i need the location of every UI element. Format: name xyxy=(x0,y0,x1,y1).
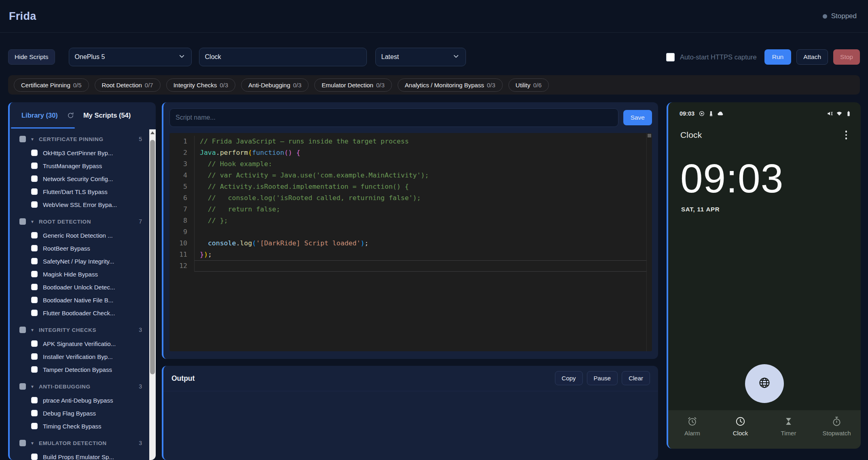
list-item[interactable]: Bootloader Native File B... xyxy=(19,293,149,306)
code-token: '[DarkRide] Script loaded' xyxy=(256,239,360,247)
list-item[interactable]: Magisk Hide Bypass xyxy=(19,268,149,281)
list-item[interactable]: RootBeer Bypass xyxy=(19,242,149,255)
code-line[interactable]: 12 xyxy=(169,260,652,272)
refresh-icon[interactable] xyxy=(67,112,74,119)
script-checkbox[interactable] xyxy=(31,423,38,429)
code-line[interactable]: 7 // return false; xyxy=(169,204,652,215)
list-item[interactable]: Generic Root Detection ... xyxy=(19,229,149,242)
code-line[interactable]: 4 // var Activity = Java.use('com.exampl… xyxy=(169,170,652,181)
copy-button[interactable]: Copy xyxy=(555,371,583,385)
scrollbar-thumb[interactable] xyxy=(150,140,155,374)
list-item[interactable]: Flutter/Dart TLS Bypass xyxy=(19,185,149,198)
version-select[interactable]: Latest xyxy=(375,48,466,66)
code-line[interactable]: 3 // Hook example: xyxy=(169,158,652,170)
sidebar-scrollbar[interactable] xyxy=(149,129,156,460)
attach-button[interactable]: Attach xyxy=(796,49,828,65)
section-header[interactable]: ▼ANTI-DEBUGGING3 xyxy=(19,379,149,394)
code-line[interactable]: 10 console.log('[DarkRide] Script loaded… xyxy=(169,238,652,249)
script-checkbox[interactable] xyxy=(31,201,38,208)
script-checkbox[interactable] xyxy=(31,366,38,373)
list-item[interactable]: Debug Flag Bypass xyxy=(19,407,149,420)
category-pill[interactable]: Integrity Checks0/3 xyxy=(166,78,235,92)
clear-button[interactable]: Clear xyxy=(622,371,650,385)
list-item[interactable]: SafetyNet / Play Integrity... xyxy=(19,255,149,268)
category-pill[interactable]: Anti-Debugging0/3 xyxy=(241,78,309,92)
section-checkbox[interactable] xyxy=(19,440,26,446)
list-item[interactable]: APK Signature Verificatio... xyxy=(19,337,149,350)
device-select[interactable]: OnePlus 5 xyxy=(69,48,192,66)
category-pill[interactable]: Emulator Detection0/3 xyxy=(314,78,392,92)
code-editor[interactable]: 1// Frida JavaScript — runs inside the t… xyxy=(169,133,652,351)
script-checkbox[interactable] xyxy=(31,245,38,251)
code-line[interactable]: 11}); xyxy=(169,249,652,260)
list-item[interactable]: OkHttp3 CertPinner Byp... xyxy=(19,146,149,159)
list-item[interactable]: WebView SSL Error Bypa... xyxy=(19,198,149,211)
section-header[interactable]: ▼EMULATOR DETECTION3 xyxy=(19,436,149,450)
nav-tab-stopwatch[interactable]: Stopwatch xyxy=(813,416,861,437)
script-checkbox[interactable] xyxy=(31,297,38,303)
stop-button[interactable]: Stop xyxy=(833,49,860,65)
target-app-input[interactable] xyxy=(199,48,367,66)
list-item[interactable]: Build Props Emulator Sp... xyxy=(19,450,149,460)
script-checkbox[interactable] xyxy=(31,310,38,316)
script-checkbox[interactable] xyxy=(31,150,38,156)
category-pill[interactable]: Utility0/6 xyxy=(508,78,549,92)
list-item[interactable]: Timing Check Bypass xyxy=(19,420,149,433)
section-title: EMULATOR DETECTION xyxy=(39,440,134,446)
script-checkbox[interactable] xyxy=(31,271,38,277)
list-item[interactable]: Installer Verification Byp... xyxy=(19,350,149,363)
script-checkbox[interactable] xyxy=(31,258,38,264)
section-header[interactable]: ▼ROOT DETECTION7 xyxy=(19,214,149,229)
line-number: 8 xyxy=(169,215,195,226)
editor-scrollbar-thumb[interactable] xyxy=(648,134,651,137)
script-checkbox[interactable] xyxy=(31,454,38,460)
script-checkbox[interactable] xyxy=(31,340,38,347)
list-item[interactable]: TrustManager Bypass xyxy=(19,159,149,172)
script-checkbox[interactable] xyxy=(31,410,38,416)
category-pill[interactable]: Analytics / Monitoring Bypass0/3 xyxy=(398,78,503,92)
category-pill[interactable]: Certificate Pinning0/5 xyxy=(14,78,89,92)
scroll-up-arrow-icon[interactable] xyxy=(150,131,155,134)
category-pill[interactable]: Root Detection0/7 xyxy=(95,78,161,92)
code-line[interactable]: 1// Frida JavaScript — runs inside the t… xyxy=(169,136,652,147)
nav-tab-clock[interactable]: Clock xyxy=(716,416,764,437)
hide-scripts-button[interactable]: Hide Scripts xyxy=(8,49,55,65)
script-name-input[interactable] xyxy=(169,108,618,127)
editor-scrollbar[interactable] xyxy=(646,133,652,351)
autostart-https-checkbox[interactable] xyxy=(666,53,675,61)
code-line[interactable]: 9 xyxy=(169,226,652,238)
tab-library[interactable]: Library (30) xyxy=(21,112,58,119)
list-item[interactable]: ptrace Anti-Debug Bypass xyxy=(19,394,149,407)
section-header[interactable]: ▼INTEGRITY CHECKS3 xyxy=(19,323,149,337)
nav-tab-alarm[interactable]: Alarm xyxy=(668,416,716,437)
line-content: // return false; xyxy=(195,204,646,215)
section-checkbox[interactable] xyxy=(19,327,26,333)
script-checkbox[interactable] xyxy=(31,175,38,182)
world-clock-fab[interactable] xyxy=(745,364,784,403)
section-checkbox[interactable] xyxy=(19,383,26,390)
list-item[interactable]: Bootloader Unlock Detec... xyxy=(19,281,149,293)
save-button[interactable]: Save xyxy=(623,110,652,125)
tab-my-scripts[interactable]: My Scripts (54) xyxy=(83,112,131,119)
device-screen-panel[interactable]: 09:03 Clock 09:03 SAT, 11 APR AlarmClock… xyxy=(667,102,861,449)
list-item[interactable]: Network Security Config... xyxy=(19,172,149,185)
section-checkbox[interactable] xyxy=(19,218,26,225)
code-line[interactable]: 6 // console.log('isRooted called, retur… xyxy=(169,192,652,204)
script-checkbox[interactable] xyxy=(31,162,38,169)
pause-button[interactable]: Pause xyxy=(587,371,618,385)
script-checkbox[interactable] xyxy=(31,353,38,360)
code-line[interactable]: 2Java.perform(function() { xyxy=(169,147,652,158)
script-checkbox[interactable] xyxy=(31,188,38,195)
nav-tab-timer[interactable]: Timer xyxy=(764,416,813,437)
code-line[interactable]: 8 // }; xyxy=(169,215,652,226)
run-button[interactable]: Run xyxy=(764,49,791,65)
code-line[interactable]: 5 // Activity.isRooted.implementation = … xyxy=(169,181,652,192)
section-checkbox[interactable] xyxy=(19,136,26,142)
list-item[interactable]: Tamper Detection Bypass xyxy=(19,363,149,376)
script-checkbox[interactable] xyxy=(31,284,38,290)
list-item[interactable]: Flutter Bootloader Check... xyxy=(19,306,149,319)
kebab-menu-icon[interactable] xyxy=(844,129,849,141)
script-checkbox[interactable] xyxy=(31,397,38,403)
script-checkbox[interactable] xyxy=(31,232,38,238)
section-header[interactable]: ▼CERTIFICATE PINNING5 xyxy=(19,132,149,146)
